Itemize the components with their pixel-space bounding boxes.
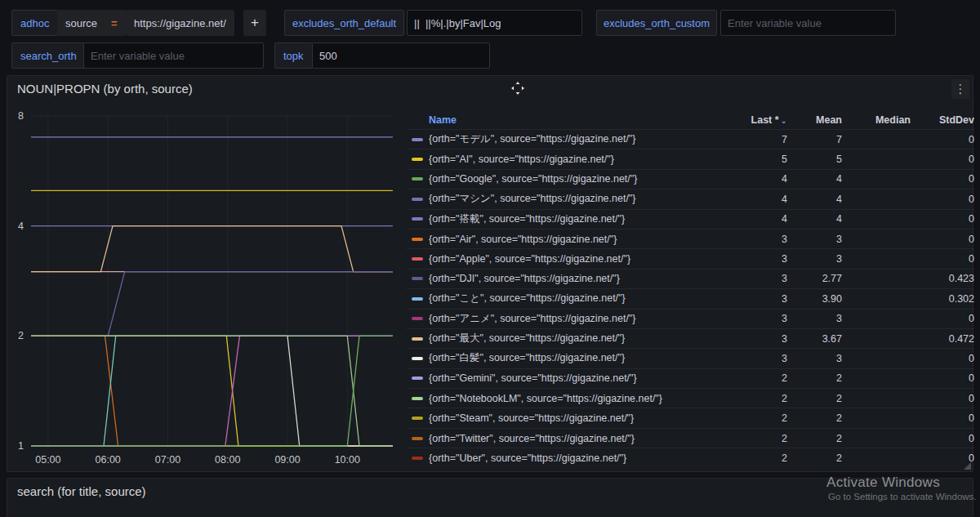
series-name[interactable]: {orth="AI", source="https://gigazine.net… (429, 154, 738, 165)
legend-row[interactable]: {orth="DJI", source="https://gigazine.ne… (407, 269, 974, 288)
legend-row[interactable]: {orth="搭載", source="https://gigazine.net… (407, 209, 974, 229)
legend-header: Name Last *⌄ Mean Median StdDev (407, 110, 974, 129)
series-stddev: 0 (911, 154, 974, 165)
legend-row[interactable]: {orth="マシン", source="https://gigazine.ne… (407, 189, 974, 208)
legend-row[interactable]: {orth="アニメ", source="https://gigazine.ne… (407, 309, 974, 328)
plus-icon: + (251, 15, 259, 31)
series-name[interactable]: {orth="こと", source="https://gigazine.net… (429, 292, 738, 305)
series-mean: 3 (787, 234, 842, 245)
series-mean: 3 (787, 253, 842, 265)
series-name[interactable]: {orth="Gemini", source="https://gigazine… (429, 372, 738, 384)
series-mean: 4 (787, 213, 842, 225)
legend-row[interactable]: {orth="モデル", source="https://gigazine.ne… (407, 129, 974, 149)
svg-text:09:00: 09:00 (274, 454, 300, 466)
series-color-swatch (412, 457, 423, 460)
legend-col-mean[interactable]: Mean (787, 114, 842, 126)
series-name[interactable]: {orth="Apple", source="https://gigazine.… (429, 253, 738, 265)
series-last: 3 (738, 293, 787, 305)
series-stddev: 0 (911, 173, 974, 185)
legend-row[interactable]: {orth="Air", source="https://gigazine.ne… (407, 229, 974, 248)
series-name[interactable]: {orth="Steam", source="https://gigazine.… (429, 412, 738, 424)
series-mean: 5 (787, 154, 842, 165)
add-filter-button[interactable]: + (243, 10, 266, 36)
search-orth-label: search_orth (11, 42, 86, 69)
series-name[interactable]: {orth="Air", source="https://gigazine.ne… (429, 234, 738, 245)
excludes-orth-custom-label: excludes_orth_custom (596, 10, 717, 36)
series-stddev: 0.423 (911, 273, 974, 284)
series-color-swatch (412, 317, 423, 320)
series-name[interactable]: {orth="Twitter", source="https://gigazin… (429, 433, 738, 444)
panel-title[interactable]: NOUN|PROPN (by orth, source) (17, 82, 193, 96)
series-name[interactable]: {orth="搭載", source="https://gigazine.net… (429, 212, 738, 226)
adhoc-filter-operator[interactable]: = (103, 10, 126, 36)
legend-row[interactable]: {orth="Apple", source="https://gigazine.… (407, 248, 974, 268)
series-name[interactable]: {orth="モデル", source="https://gigazine.ne… (429, 132, 738, 146)
legend-row[interactable]: {orth="AI", source="https://gigazine.net… (407, 149, 974, 168)
series-name[interactable]: {orth="NotebookLM", source="https://giga… (429, 393, 738, 404)
series-color-swatch (412, 437, 423, 440)
series-name[interactable]: {orth="DJI", source="https://gigazine.ne… (429, 273, 738, 284)
series-mean: 2 (787, 452, 842, 464)
svg-text:07:00: 07:00 (155, 454, 180, 466)
legend-row[interactable]: {orth="こと", source="https://gigazine.net… (407, 288, 974, 308)
panel-menu-button[interactable]: ⋮ (951, 79, 969, 99)
panel-resize-handle[interactable] (964, 462, 971, 470)
series-last: 4 (738, 213, 787, 225)
legend-row[interactable]: {orth="Gemini", source="https://gigazine… (407, 368, 974, 388)
series-stddev: 0 (911, 393, 974, 404)
series-stddev: 0 (911, 372, 974, 384)
series-stddev: 0 (911, 313, 974, 324)
series-stddev: 0 (911, 194, 974, 205)
legend-col-name[interactable]: Name (407, 114, 738, 126)
legend-row[interactable]: {orth="Steam", source="https://gigazine.… (407, 408, 974, 427)
series-mean: 7 (787, 134, 842, 145)
excludes-orth-custom-input[interactable] (720, 10, 896, 36)
svg-text:4: 4 (18, 221, 24, 232)
legend-row[interactable]: {orth="Uber", source="https://gigazine.n… (407, 448, 974, 466)
series-name[interactable]: {orth="白髪", source="https://gigazine.net… (429, 351, 738, 365)
legend-row[interactable]: {orth="Google", source="https://gigazine… (407, 169, 974, 189)
svg-text:05:00: 05:00 (35, 454, 60, 466)
svg-text:2: 2 (18, 330, 24, 341)
svg-text:08:00: 08:00 (215, 454, 240, 466)
series-color-swatch (412, 257, 423, 261)
series-stddev: 0 (911, 412, 974, 424)
series-stddev: 0.302 (911, 293, 974, 305)
series-last: 3 (738, 333, 787, 345)
series-name[interactable]: {orth="Google", source="https://gigazine… (429, 173, 738, 185)
adhoc-filter-value[interactable]: https://gigazine.net/ (126, 10, 234, 36)
legend-col-median[interactable]: Median (842, 114, 911, 126)
series-name[interactable]: {orth="アニメ", source="https://gigazine.ne… (429, 312, 738, 326)
excludes-orth-default-label-text: excludes_orth_default (292, 17, 396, 29)
series-name[interactable]: {orth="最大", source="https://gigazine.net… (429, 332, 738, 345)
legend-col-last[interactable]: Last *⌄ (738, 114, 787, 126)
series-last: 3 (738, 234, 787, 245)
series-mean: 3.90 (787, 293, 842, 305)
series-last: 2 (738, 433, 787, 444)
legend-row[interactable]: {orth="最大", source="https://gigazine.net… (407, 328, 974, 348)
series-color-swatch (412, 238, 423, 241)
svg-text:1: 1 (18, 440, 24, 452)
series-name[interactable]: {orth="マシン", source="https://gigazine.ne… (429, 192, 738, 206)
dashboard: adhoc source = https://gigazine.net/ + e… (0, 0, 980, 517)
timeseries-svg[interactable]: 05:0006:0007:0008:0009:0010:008421 (7, 109, 409, 468)
activate-windows-watermark-sub: Go to Settings to activate Windows. (828, 492, 977, 501)
search-orth-input[interactable] (83, 42, 264, 69)
search-panel-title[interactable]: search (for title, source) (17, 484, 146, 498)
search-orth-label-text: search_orth (20, 50, 77, 62)
series-color-swatch (412, 217, 423, 221)
series-last: 2 (738, 452, 787, 464)
legend-row[interactable]: {orth="白髪", source="https://gigazine.net… (407, 348, 974, 368)
legend-row[interactable]: {orth="NotebookLM", source="https://giga… (407, 388, 974, 408)
series-name[interactable]: {orth="Uber", source="https://gigazine.n… (429, 452, 738, 464)
legend-row[interactable]: {orth="Twitter", source="https://gigazin… (407, 428, 974, 448)
series-mean: 2 (787, 433, 842, 444)
timeseries-panel: NOUN|PROPN (by orth, source) ⋮ 05:0006:0… (7, 75, 973, 472)
adhoc-filter-key[interactable]: source (57, 10, 105, 36)
legend-col-stddev[interactable]: StdDev (911, 114, 974, 126)
excludes-orth-default-input[interactable] (407, 10, 582, 36)
series-mean: 2 (787, 372, 842, 384)
topk-input[interactable] (312, 42, 490, 69)
series-last: 5 (738, 154, 787, 165)
move-cursor-icon (510, 80, 526, 96)
